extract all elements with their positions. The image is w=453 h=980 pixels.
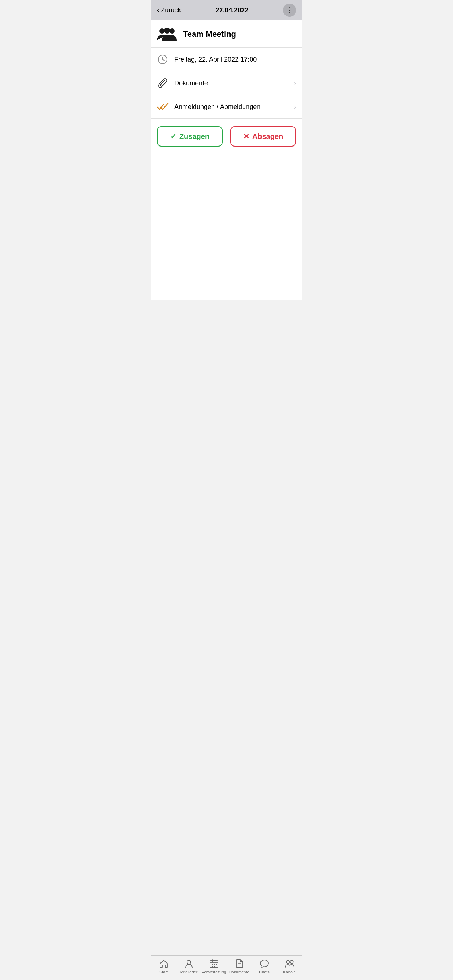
chevron-left-icon: ‹ xyxy=(157,5,160,15)
datetime-row: Freitag, 22. April 2022 17:00 xyxy=(151,48,302,72)
group-icon xyxy=(157,27,177,41)
event-header: Team Meeting xyxy=(151,21,302,48)
clock-icon xyxy=(157,54,169,65)
content-area: Team Meeting Freitag, 22. April 2022 17:… xyxy=(151,21,302,300)
zusagen-button[interactable]: ✓ Zusagen xyxy=(157,126,223,146)
zusagen-label: Zusagen xyxy=(179,132,209,141)
more-button[interactable]: ⋮ xyxy=(283,4,296,17)
absagen-label: Absagen xyxy=(252,132,283,141)
datetime-text: Freitag, 22. April 2022 17:00 xyxy=(174,56,296,64)
nav-title: 22.04.2022 xyxy=(215,6,248,14)
svg-point-0 xyxy=(160,29,164,33)
svg-line-5 xyxy=(163,59,164,60)
dokumente-chevron: › xyxy=(294,80,296,87)
svg-point-1 xyxy=(170,29,175,33)
double-check-icon xyxy=(157,101,169,113)
buttons-row: ✓ Zusagen ✕ Absagen xyxy=(151,119,302,154)
event-title: Team Meeting xyxy=(183,30,236,39)
anmeldungen-row[interactable]: Anmeldungen / Abmeldungen › xyxy=(151,95,302,119)
dokumente-text: Dokumente xyxy=(174,80,288,87)
dokumente-row[interactable]: Dokumente › xyxy=(151,72,302,95)
svg-point-2 xyxy=(164,28,170,33)
anmeldungen-text: Anmeldungen / Abmeldungen xyxy=(174,103,288,111)
anmeldungen-chevron: › xyxy=(294,103,296,111)
absagen-button[interactable]: ✕ Absagen xyxy=(230,126,296,146)
more-icon: ⋮ xyxy=(286,6,293,14)
back-button[interactable]: ‹ Zurück xyxy=(157,5,181,15)
x-icon: ✕ xyxy=(243,132,249,141)
paperclip-icon xyxy=(157,77,169,89)
nav-bar: ‹ Zurück 22.04.2022 ⋮ xyxy=(151,0,302,21)
check-icon: ✓ xyxy=(170,132,177,141)
content-spacer xyxy=(151,154,302,300)
back-label: Zurück xyxy=(161,6,181,14)
